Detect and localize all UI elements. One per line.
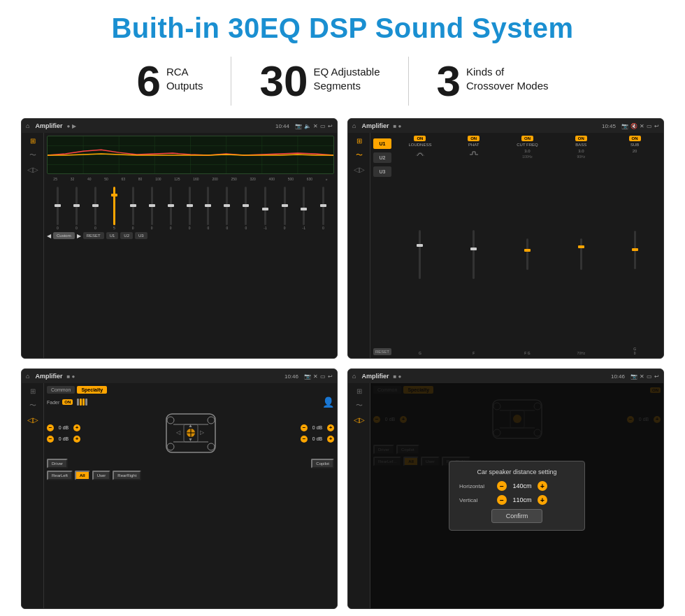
fader-bar-2	[80, 399, 82, 406]
bass-on[interactable]: ON	[575, 136, 587, 141]
confirm-button[interactable]: Confirm	[491, 509, 543, 523]
horizontal-plus-btn[interactable]: +	[538, 481, 547, 491]
crossover-content-area: U1 U2 U3 RESET ON LOUDNES	[370, 133, 663, 358]
reset-crossover-btn[interactable]: RESET	[373, 348, 391, 355]
preset-u1[interactable]: U1	[373, 138, 391, 149]
vertical-value: 110cm	[510, 496, 535, 503]
eq-slider-5[interactable]: 0	[132, 187, 134, 230]
horizontal-label: Horizontal	[459, 483, 494, 489]
filter-icon-3: ⊞	[30, 387, 36, 395]
svg-text:◁: ◁	[176, 429, 181, 436]
bass-slider[interactable]	[580, 238, 582, 270]
modal-horizontal-row: Horizontal − 140cm +	[459, 481, 575, 491]
next-icon[interactable]: ▶	[77, 233, 81, 239]
vol-front-right: − 0 dB +	[301, 424, 334, 431]
cutfreq-slider[interactable]	[526, 238, 528, 270]
vol-fr-plus[interactable]: +	[327, 424, 334, 431]
rearleft-btn[interactable]: RearLeft	[47, 471, 73, 480]
vol-rear-right: − 0 dB +	[301, 436, 334, 443]
user-btn[interactable]: User	[92, 471, 111, 480]
eq-slider-12[interactable]: -1	[264, 187, 266, 230]
profile-icon[interactable]: 👤	[322, 396, 334, 408]
wave-icon-active: 〜	[356, 150, 363, 160]
volume-icon: 🔈	[304, 123, 311, 129]
u1-btn[interactable]: U1	[106, 232, 119, 239]
all-btn[interactable]: All	[75, 471, 90, 480]
vol-rl-minus[interactable]: −	[47, 436, 54, 443]
window-icon-2: ▭	[647, 123, 652, 129]
u3-btn[interactable]: U3	[135, 232, 147, 239]
wave-icon-4: 〜	[356, 401, 363, 410]
fader-bar-3	[82, 399, 85, 406]
eq-speaker-icon: ◁▷	[27, 166, 38, 173]
fader-on-badge: ON	[62, 399, 73, 405]
screen-speaker-body: ⊞ 〜 ◁▷ Common Specialty Fader ON	[22, 383, 337, 608]
vol-fr-minus[interactable]: −	[301, 424, 308, 431]
tab-specialty[interactable]: Specialty	[77, 386, 107, 394]
eq-slider-8[interactable]: 0	[189, 187, 191, 230]
preset-u3[interactable]: U3	[373, 166, 391, 177]
fader-label: Fader	[47, 400, 59, 405]
vol-fl-value: 0 dB	[55, 425, 72, 430]
eq-slider-6[interactable]: 0	[151, 187, 153, 230]
stat-crossover-number: 3	[437, 59, 461, 103]
svg-text:▲: ▲	[188, 423, 193, 428]
eq-slider-7[interactable]: 0	[170, 187, 172, 230]
driver-btn[interactable]: Driver	[47, 459, 68, 468]
reset-btn[interactable]: RESET	[83, 232, 104, 239]
vol-rr-minus[interactable]: −	[301, 436, 308, 443]
home-icon-3: ⌂	[26, 373, 29, 380]
u2-btn[interactable]: U2	[120, 232, 133, 239]
eq-slider-9[interactable]: 0	[207, 187, 209, 230]
phat-slider[interactable]	[473, 230, 475, 279]
channel-phat: ON PHAT F	[448, 136, 500, 355]
vertical-minus-btn[interactable]: −	[497, 495, 507, 505]
status-dots: ● ▶	[66, 123, 75, 129]
back-icon: ↩	[328, 123, 333, 129]
eq-slider-14[interactable]: -1	[303, 187, 305, 230]
loudness-slider[interactable]	[419, 230, 421, 279]
preset-u2[interactable]: U2	[373, 152, 391, 163]
speaker-icon: ◁▷	[354, 166, 365, 173]
screen-distance-body: ⊞ 〜 ◁▷ Common Specialty ON	[348, 383, 663, 608]
screen-speaker-title: Amplifier	[35, 373, 62, 380]
status-dots-3: ■ ●	[66, 373, 75, 380]
loudness-on[interactable]: ON	[414, 136, 426, 141]
modal-overlay: Car speaker distance setting Horizontal …	[370, 383, 663, 608]
vol-rr-plus[interactable]: +	[327, 436, 334, 443]
sub-slider[interactable]	[634, 231, 636, 269]
cutfreq-on[interactable]: ON	[521, 136, 533, 141]
eq-graph	[47, 136, 334, 174]
eq-slider-3[interactable]: 0	[94, 187, 96, 230]
horizontal-minus-btn[interactable]: −	[497, 481, 507, 491]
screen-speaker-time: 10:46	[284, 373, 298, 380]
stat-eq: 30 EQ Adjustable Segments	[231, 59, 408, 103]
camera-icon-4: 📷	[630, 373, 637, 380]
eq-slider-15[interactable]: 0	[322, 187, 324, 230]
loudness-label: LOUDNESS	[408, 143, 431, 147]
window-icon: ▭	[320, 123, 326, 129]
eq-slider-1[interactable]: 0	[57, 187, 59, 230]
eq-slider-11[interactable]: 0	[245, 187, 247, 230]
sub-on[interactable]: ON	[629, 136, 641, 141]
vol-fl-plus[interactable]: +	[73, 424, 80, 431]
custom-btn[interactable]: Custom	[53, 232, 75, 239]
vol-fl-minus[interactable]: −	[47, 424, 54, 431]
rearright-btn[interactable]: RearRight	[113, 471, 141, 480]
vol-rl-plus[interactable]: +	[73, 436, 80, 443]
tab-common[interactable]: Common	[47, 386, 75, 394]
cutfreq-label: CUT FREQ	[517, 143, 538, 147]
topbar-icons-3: 📷 ✕ ▭ ↩	[304, 373, 333, 380]
copilot-btn[interactable]: Copilot	[311, 459, 334, 468]
crossover-sidebar: ⊞ 〜 ◁▷	[348, 133, 370, 358]
vertical-plus-btn[interactable]: +	[538, 495, 547, 505]
modal-title: Car speaker distance setting	[459, 468, 575, 475]
volume-icon-2: 🔇	[630, 123, 637, 129]
eq-slider-13[interactable]: 0	[284, 187, 286, 230]
eq-slider-10[interactable]: 0	[226, 187, 228, 230]
prev-icon[interactable]: ◀	[47, 233, 51, 239]
phat-on[interactable]: ON	[468, 136, 480, 141]
eq-slider-4[interactable]: 5	[113, 187, 115, 230]
channel-cutfreq: ON CUT FREQ 3.0 100Hz F G	[502, 136, 554, 355]
eq-slider-2[interactable]: 0	[75, 187, 78, 230]
